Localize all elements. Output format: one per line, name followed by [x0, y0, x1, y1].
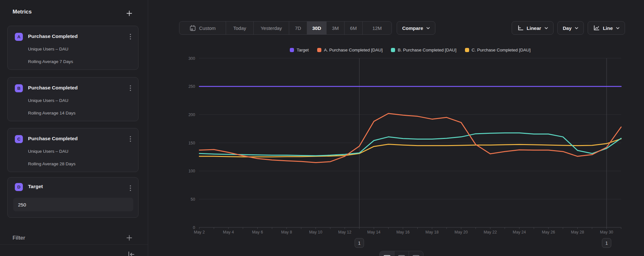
- time-range-30d[interactable]: 30D: [307, 22, 326, 34]
- metric-title: Purchase Completed: [28, 33, 78, 39]
- metric-view-button[interactable]: [409, 251, 423, 256]
- y-axis-tick-label: 50: [191, 197, 195, 202]
- x-axis-tick-label: May 10: [309, 230, 322, 234]
- y-axis-tick-label: 300: [188, 56, 195, 61]
- x-axis-tick-label: May 28: [571, 230, 584, 234]
- collapse-sidebar-icon: [127, 251, 135, 256]
- metric-event: Unique Users – DAU: [28, 98, 68, 103]
- y-axis-tick-label: 0: [193, 225, 195, 230]
- time-range-yesterday[interactable]: Yesterday: [253, 22, 289, 34]
- time-range-7d[interactable]: 7D: [289, 22, 307, 34]
- metric-title: Purchase Completed: [28, 136, 78, 142]
- metric-card-a[interactable]: A Purchase Completed Unique Users – DAU …: [7, 26, 138, 70]
- view-toggle-group: [379, 251, 423, 256]
- metric-badge: D: [15, 183, 23, 191]
- time-range-label: Custom: [199, 25, 216, 31]
- annotation-label: 1: [358, 241, 361, 246]
- table-view-button[interactable]: [394, 251, 409, 256]
- time-range-today[interactable]: Today: [226, 22, 253, 34]
- time-range-custom[interactable]: Custom: [179, 22, 226, 34]
- x-axis-tick-label: May 22: [484, 230, 497, 234]
- x-axis-tick-label: May 18: [425, 230, 439, 234]
- scale-label: Linear: [527, 25, 541, 31]
- series-line-c-purchase-completed-dau-: [199, 139, 621, 157]
- time-range-6m[interactable]: 6M: [344, 22, 362, 34]
- annotation-marker[interactable]: 1: [355, 238, 364, 248]
- chart-container: 050100150200250300May 2May 4May 6May 8Ma…: [174, 43, 641, 256]
- metric-rollup: Rolling Average 7 Days: [28, 59, 73, 64]
- compare-label: Compare: [402, 25, 423, 31]
- filter-section-title: Filter: [13, 235, 25, 241]
- series-line-b-purchase-completed-dau-: [199, 133, 621, 156]
- granularity-button[interactable]: Day: [557, 21, 584, 35]
- metric-card-c[interactable]: C Purchase Completed Unique Users – DAU …: [7, 128, 138, 172]
- annotation-label: 1: [605, 241, 608, 246]
- y-axis-tick-label: 200: [188, 113, 195, 117]
- target-card[interactable]: D Target: [7, 177, 138, 218]
- time-range-12m[interactable]: 12M: [362, 22, 392, 34]
- annotation-marker[interactable]: 1: [602, 238, 611, 248]
- metric-badge: A: [15, 33, 23, 41]
- add-metric-button[interactable]: [124, 8, 134, 18]
- metric-menu-button[interactable]: [126, 83, 135, 94]
- kebab-menu-icon: [130, 33, 131, 40]
- metric-badge: B: [15, 84, 23, 92]
- kebab-menu-icon: [130, 85, 131, 91]
- metrics-line-chart[interactable]: 050100150200250300May 2May 4May 6May 8Ma…: [174, 43, 641, 256]
- x-axis-tick-label: May 14: [367, 230, 381, 234]
- time-range-label: Today: [233, 25, 246, 31]
- add-filter-button[interactable]: [124, 233, 134, 242]
- scale-button[interactable]: Linear: [512, 21, 554, 35]
- chevron-down-icon: [616, 27, 620, 29]
- metrics-sidebar: Metrics A Purchase Completed Unique User…: [0, 0, 148, 256]
- kebab-menu-icon: [130, 136, 131, 142]
- chevron-down-icon: [575, 27, 578, 29]
- chart-type-label: Line: [603, 25, 613, 31]
- target-title: Target: [28, 184, 43, 189]
- x-axis-tick-label: May 20: [455, 230, 468, 234]
- chart-settings-buttons: Linear Day Line: [512, 21, 625, 35]
- time-range-selector: CustomTodayYesterday7D30D3M6M12M: [179, 21, 392, 35]
- chevron-down-icon: [426, 27, 430, 29]
- collapse-sidebar-button[interactable]: [126, 250, 136, 256]
- time-range-label: 12M: [372, 25, 382, 31]
- plus-icon: [126, 235, 132, 241]
- kebab-menu-icon: [130, 185, 131, 191]
- target-value-input[interactable]: [13, 198, 133, 211]
- metric-event: Unique Users – DAU: [28, 149, 68, 154]
- calendar-icon: [189, 25, 196, 32]
- y-axis-tick-label: 150: [188, 141, 195, 145]
- x-axis-tick-label: May 8: [281, 230, 292, 234]
- linear-axis-icon: [517, 25, 524, 31]
- metric-menu-button[interactable]: [126, 31, 135, 42]
- plus-icon: [126, 10, 132, 16]
- time-range-3m[interactable]: 3M: [326, 22, 344, 34]
- y-axis-tick-label: 100: [188, 169, 195, 173]
- line-chart-view-button[interactable]: [380, 251, 394, 256]
- x-axis-tick-label: May 16: [396, 230, 410, 234]
- metric-badge: C: [15, 135, 23, 143]
- time-range-label: 7D: [295, 25, 301, 31]
- granularity-label: Day: [563, 25, 572, 31]
- x-axis-tick-label: May 24: [513, 230, 526, 234]
- x-axis-tick-label: May 26: [542, 230, 555, 234]
- y-axis-tick-label: 250: [188, 84, 195, 89]
- x-axis-tick-label: May 6: [252, 230, 263, 234]
- compare-button[interactable]: Compare: [397, 21, 435, 35]
- time-range-label: 30D: [312, 25, 321, 31]
- metric-menu-button[interactable]: [126, 133, 135, 144]
- time-range-label: 6M: [350, 25, 357, 31]
- x-axis-tick-label: May 4: [223, 230, 234, 234]
- metric-title: Purchase Completed: [28, 85, 78, 91]
- metric-event: Unique Users – DAU: [28, 47, 68, 51]
- sidebar-separator: [0, 244, 148, 245]
- app-root: Metrics A Purchase Completed Unique User…: [0, 0, 644, 256]
- x-axis-tick-label: May 12: [338, 230, 351, 234]
- chevron-down-icon: [545, 27, 548, 29]
- target-menu-button[interactable]: [126, 183, 135, 194]
- metrics-section-title: Metrics: [13, 9, 32, 15]
- x-axis-tick-label: May 30: [600, 230, 613, 234]
- metric-rollup: Rolling Average 14 Days: [28, 111, 76, 115]
- metric-card-b[interactable]: B Purchase Completed Unique Users – DAU …: [7, 77, 138, 121]
- chart-type-button[interactable]: Line: [588, 21, 625, 35]
